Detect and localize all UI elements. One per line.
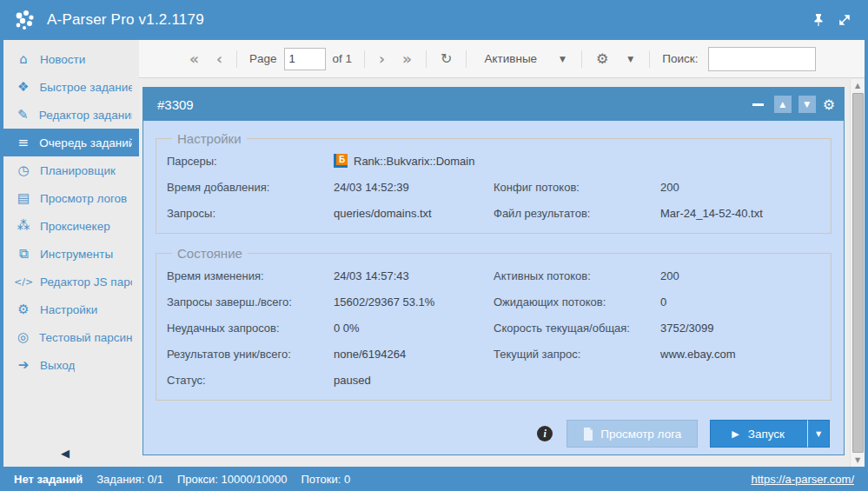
app-window: A-Parser Pro v1.2.1179 ⌂ Новости ❖ Быстр… xyxy=(0,0,868,491)
main-area: « ‹ Page of 1 › » ↻ Активные ▼ ⚙ ▼ Поиск… xyxy=(139,40,865,467)
search-input[interactable] xyxy=(708,47,816,71)
speed-value: 3752/3099 xyxy=(660,322,713,335)
search-label: Поиск: xyxy=(655,52,705,65)
results-unique-label: Результатов уник/всего: xyxy=(167,348,334,361)
prev-page-button[interactable]: ‹ xyxy=(208,50,231,68)
move-down-button[interactable]: ▼ xyxy=(798,96,816,113)
sidebar-item-test-parsing[interactable]: ◎ Тестовый парсинг xyxy=(3,323,139,351)
waiting-threads-label: Ожидающих потоков: xyxy=(494,295,660,309)
sidebar-item-js-editor[interactable]: </> Редактор JS парс... xyxy=(3,268,139,295)
sidebar-item-quick-task[interactable]: ❖ Быстрое задание xyxy=(3,73,139,101)
change-time-label: Время изменения: xyxy=(167,269,334,282)
queries-done-label: Запросы заверш./всего: xyxy=(167,295,334,309)
app-logo-icon xyxy=(12,7,38,33)
aparser-site-link[interactable]: https://a-parser.com/ xyxy=(752,473,855,486)
content-area: #3309 ▲ ▼ ⚙ Настройки Парсеры: xyxy=(139,78,850,467)
task-panel-body: Настройки Парсеры: Б Rank::Bukvarix::Dom… xyxy=(143,121,844,456)
failed-queries-label: Неудачных запросов: xyxy=(167,322,334,335)
cubes-icon: ⧉ xyxy=(14,246,33,262)
status-message: Нет заданий xyxy=(14,473,83,486)
edit-icon: ✎ xyxy=(14,107,32,123)
toolbar-gear-icon[interactable]: ⚙ xyxy=(587,50,617,67)
minimize-icon[interactable] xyxy=(752,103,764,106)
active-threads-value: 200 xyxy=(660,269,679,282)
settings-fieldset: Настройки Парсеры: Б Rank::Bukvarix::Dom… xyxy=(156,131,832,234)
sidebar-item-task-queue[interactable]: ≡ Очередь заданий xyxy=(3,129,139,156)
current-query-value: www.ebay.com xyxy=(660,348,735,361)
arrow-up-icon: ▲ xyxy=(779,100,785,109)
task-panel: #3309 ▲ ▼ ⚙ Настройки Парсеры: xyxy=(142,87,845,455)
scrollbar-thumb[interactable] xyxy=(852,93,864,453)
sidebar-item-task-editor[interactable]: ✎ Редактор заданий xyxy=(3,101,139,129)
result-file-label: Файл результатов: xyxy=(494,207,660,220)
first-page-button[interactable]: « xyxy=(181,50,208,68)
result-file-value: Mar-24_14-52-40.txt xyxy=(660,207,763,220)
list-icon: ≡ xyxy=(14,135,32,150)
sidebar-item-exit[interactable]: ➔ Выход xyxy=(3,351,139,379)
queries-label: Запросы: xyxy=(167,207,334,220)
last-page-button[interactable]: » xyxy=(394,50,421,68)
sidebar-item-news[interactable]: ⌂ Новости xyxy=(3,45,139,73)
info-icon[interactable]: i xyxy=(537,426,553,441)
scroll-down-button[interactable]: ▼ xyxy=(855,454,860,467)
gear-dropdown-caret-icon[interactable]: ▼ xyxy=(617,55,644,63)
start-button[interactable]: ▶ Запуск ▼ xyxy=(710,420,830,448)
settings-legend: Настройки xyxy=(172,131,247,146)
sidebar-item-log-viewer[interactable]: ▤ Просмотр логов xyxy=(3,184,139,212)
parser-name: Rank::Bukvarix::Domain xyxy=(354,155,474,168)
app-title: A-Parser Pro v1.2.1179 xyxy=(47,11,204,29)
paging-toolbar: « ‹ Page of 1 › » ↻ Активные ▼ ⚙ ▼ Поиск… xyxy=(139,40,865,78)
toolbar-separator xyxy=(649,50,650,68)
expand-icon[interactable] xyxy=(835,10,854,30)
failed-queries-value: 0 0% xyxy=(334,322,360,335)
code-icon: </> xyxy=(14,276,33,288)
app-header: A-Parser Pro v1.2.1179 xyxy=(3,0,865,40)
target-icon: ◎ xyxy=(14,329,32,345)
filter-dropdown-label[interactable]: Активные xyxy=(472,52,549,65)
refresh-button[interactable]: ↻ xyxy=(432,50,461,67)
toolbar-separator xyxy=(466,50,467,68)
state-fieldset: Состояние Время изменения: 24/03 14:57:4… xyxy=(156,246,832,401)
waiting-threads-value: 0 xyxy=(660,295,666,309)
next-page-button[interactable]: › xyxy=(370,50,394,68)
sidebar-item-scheduler[interactable]: ◷ Планировщик xyxy=(3,156,139,184)
bukvarix-icon: Б xyxy=(334,154,348,168)
sitemap-icon: ⁂ xyxy=(14,218,33,234)
thread-config-value: 200 xyxy=(660,181,679,194)
page-icon xyxy=(583,428,593,441)
task-settings-gear-icon[interactable]: ⚙ xyxy=(823,96,835,113)
tasks-counter: Задания: 0/1 xyxy=(96,473,163,486)
start-dropdown-caret-icon[interactable]: ▼ xyxy=(807,420,830,448)
arrow-down-icon: ▼ xyxy=(804,100,810,109)
add-time-label: Время добавления: xyxy=(167,181,334,194)
add-time-value: 24/03 14:52:39 xyxy=(334,181,409,194)
toolbar-separator xyxy=(364,50,365,68)
scroll-up-button[interactable]: ▲ xyxy=(855,79,860,92)
page-input[interactable] xyxy=(284,48,326,70)
pin-icon[interactable] xyxy=(809,10,828,30)
sidebar-item-proxy-checker[interactable]: ⁂ Проксичекер xyxy=(3,212,139,240)
task-panel-header: #3309 ▲ ▼ ⚙ xyxy=(143,88,844,121)
toolbar-separator xyxy=(426,50,427,68)
view-log-button[interactable]: Просмотр лога xyxy=(567,420,698,448)
threads-counter: Потоки: 0 xyxy=(301,473,351,486)
filter-dropdown-caret-icon[interactable]: ▼ xyxy=(549,55,576,63)
task-id: #3309 xyxy=(157,97,194,112)
scrollbar[interactable]: ▲ ▼ xyxy=(850,79,865,467)
logout-icon: ➔ xyxy=(14,357,33,373)
parsers-label: Парсеры: xyxy=(167,155,334,168)
sidebar-item-tools[interactable]: ⧉ Инструменты xyxy=(3,240,139,268)
state-legend: Состояние xyxy=(172,246,248,261)
status-value: paused xyxy=(334,374,371,387)
task-actions-row: i Просмотр лога ▶ Запуск ▼ xyxy=(156,413,832,448)
proxies-counter: Прокси: 10000/10000 xyxy=(177,473,288,486)
page-count-label: of 1 xyxy=(326,52,360,65)
sidebar-item-settings[interactable]: ⚙ Настройки xyxy=(3,295,139,323)
status-label: Статус: xyxy=(167,374,334,387)
queries-done-value: 15602/29367 53.1% xyxy=(334,295,434,309)
toolbar-separator xyxy=(581,50,582,68)
move-up-button[interactable]: ▲ xyxy=(774,96,792,113)
page-label: Page xyxy=(242,52,284,65)
speed-label: Скорость текущая/общая: xyxy=(494,322,660,335)
sidebar-collapse-button[interactable]: ◀ xyxy=(61,447,70,460)
